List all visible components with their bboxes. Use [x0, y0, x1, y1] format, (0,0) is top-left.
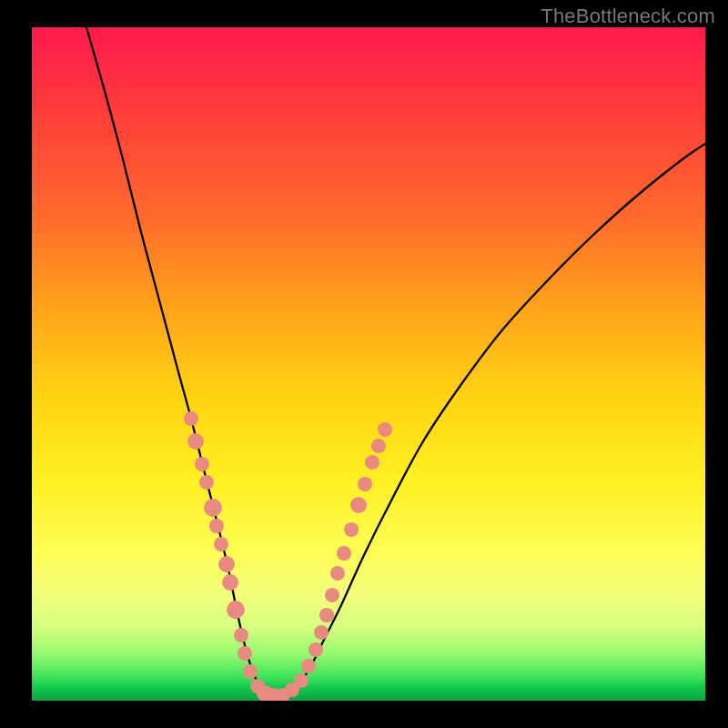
curve-dot — [344, 522, 359, 537]
curve-line — [86, 27, 705, 697]
curve-dot — [330, 566, 345, 581]
curve-dot — [218, 556, 235, 572]
curve-dot — [337, 546, 351, 561]
curve-dots — [184, 411, 392, 701]
curve-dot — [294, 673, 308, 688]
watermark-text: TheBottleneck.com — [541, 5, 715, 28]
plot-area — [32, 27, 705, 701]
curve-dot — [319, 608, 334, 622]
curve-dot — [243, 664, 258, 679]
chart-svg — [32, 27, 705, 701]
curve-dot — [238, 646, 252, 661]
curve-dot — [358, 477, 372, 491]
curve-dot — [234, 628, 248, 642]
curve-dot — [314, 625, 329, 640]
curve-dot — [209, 519, 224, 533]
curve-dot — [184, 411, 198, 426]
curve-dot — [214, 537, 228, 551]
curve-dot — [365, 455, 379, 470]
curve-dot — [325, 588, 339, 602]
curve-dot — [199, 475, 214, 490]
curve-dot — [204, 499, 222, 517]
curve-dot — [222, 574, 238, 591]
chart-frame: TheBottleneck.com — [0, 0, 728, 728]
curve-dot — [301, 659, 316, 673]
curve-dot — [187, 433, 204, 450]
curve-dot — [371, 439, 386, 453]
curve-dot — [378, 422, 392, 437]
curve-dot — [195, 457, 209, 471]
curve-dot — [308, 642, 323, 657]
curve-dot — [350, 497, 367, 513]
curve-dot — [227, 601, 245, 619]
